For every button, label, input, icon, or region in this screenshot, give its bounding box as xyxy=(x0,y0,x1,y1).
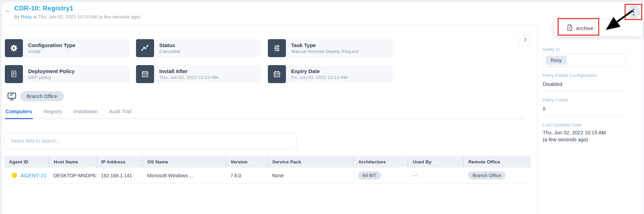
calendar-icon xyxy=(268,65,286,83)
service-pack-cell: None xyxy=(267,168,353,184)
card-title: Configuration Type xyxy=(28,42,75,48)
notify-to-chip: Rosy xyxy=(546,56,567,65)
last-updated-value: Thu, Jun 02, 2022 10:15 AM xyxy=(543,130,606,135)
card-deployment-policy: Deployment PolicyDEP policy xyxy=(5,65,130,83)
card-value: DEP policy xyxy=(28,75,75,80)
col-service-pack: Service Pack xyxy=(267,156,353,168)
card-value: Thu, Jun 02, 2022 10:13 AM xyxy=(159,75,218,80)
host-name-cell: DESKTOP-MNDP83I xyxy=(49,168,96,184)
computers-table: Agent ID Host Name IP Address OS Name Ve… xyxy=(4,156,531,184)
byline-prefix: By xyxy=(14,14,21,19)
tab-audit-trail[interactable]: Audit Trail xyxy=(108,106,132,118)
col-agent-id: Agent ID xyxy=(4,156,49,168)
used-by-cell: --- xyxy=(408,168,463,184)
retry-count-label: Retry Count xyxy=(543,97,568,102)
col-used-by: Used By xyxy=(408,156,463,168)
tab-installation[interactable]: Installation xyxy=(73,106,98,118)
os-name-cell: Microsoft Windows ... xyxy=(142,168,226,184)
sliders-icon xyxy=(268,39,286,57)
retry-failed-value: Disabled xyxy=(543,81,562,87)
card-expiry-date: Expiry DateFri, Jun 03, 2022 10:13 AM xyxy=(268,65,393,83)
remote-office-badge: Branch Office xyxy=(468,171,506,179)
annotation-box-archive xyxy=(558,18,599,36)
card-status: StatusCancelled xyxy=(136,39,261,57)
panel-separator xyxy=(543,91,626,91)
card-value: Manual Remote Deploy Request xyxy=(291,49,359,54)
agent-status-dot xyxy=(12,173,17,178)
agent-id-link[interactable]: AGENT-21 xyxy=(20,172,46,179)
card-task-type: Task TypeManual Remote Deploy Request xyxy=(268,39,393,57)
monitor-icon xyxy=(7,91,17,102)
ip-address-cell: 192.168.1.141 xyxy=(96,168,142,184)
card-title: Deployment Policy xyxy=(28,68,75,74)
panel-divider xyxy=(537,26,537,214)
card-value: Fri, Jun 03, 2022 10:13 AM xyxy=(291,75,347,80)
retry-failed-label: Retry Failed Configuration xyxy=(543,73,597,78)
header-divider xyxy=(2,24,537,25)
search-input[interactable] xyxy=(4,133,297,149)
panel-separator xyxy=(543,116,626,117)
architecture-badge: 64 BIT xyxy=(358,171,381,179)
card-install-after: Install AfterThu, Jun 02, 2022 10:13 AM xyxy=(136,65,261,83)
card-configuration-type: Configuration TypeInstall xyxy=(5,39,130,57)
col-architecture: Architecture xyxy=(353,156,408,168)
col-version: Version xyxy=(226,156,267,168)
card-title: Task Type xyxy=(291,42,359,48)
annotation-box-kebab xyxy=(625,4,642,20)
gear-icon xyxy=(5,39,23,57)
notify-to-label: Notify to xyxy=(543,47,560,52)
col-os-name: OS Name xyxy=(142,156,226,168)
retry-count-value: 0 xyxy=(543,106,545,112)
back-arrow-icon[interactable]: ← xyxy=(5,6,12,14)
card-title: Install After xyxy=(159,68,218,74)
document-icon xyxy=(5,65,23,83)
byline: By Rosy at Thu, Jun 02, 2022 10:14 AM (a… xyxy=(14,14,141,19)
card-title: Expiry Date xyxy=(291,68,347,74)
col-remote-office: Remote Office xyxy=(463,156,531,168)
remote-office-tag: Branch Office xyxy=(20,91,64,101)
tab-bar: Computers Registry Installation Audit Tr… xyxy=(4,106,523,119)
tab-computers[interactable]: Computers xyxy=(5,106,33,118)
chevron-right-icon xyxy=(523,37,528,44)
page-title: CDR-10: Registry1 xyxy=(14,5,73,12)
card-title: Status xyxy=(159,42,180,48)
calendar-icon xyxy=(136,65,154,83)
last-updated-label: Last Updated Date xyxy=(543,122,582,127)
table-row: AGENT-21 DESKTOP-MNDP83I 192.168.1.141 M… xyxy=(4,168,531,184)
col-ip-address: IP Address xyxy=(96,156,142,168)
card-value: Install xyxy=(28,49,75,54)
tab-registry[interactable]: Registry xyxy=(43,106,63,118)
notify-to-field[interactable]: Rosy xyxy=(543,54,626,67)
table-header-row: Agent ID Host Name IP Address OS Name Ve… xyxy=(4,156,531,168)
last-updated-relative: (a few seconds ago) xyxy=(543,137,588,142)
panel-collapse-button[interactable] xyxy=(519,35,531,46)
activity-icon xyxy=(136,39,154,57)
version-cell: 7.6.0 xyxy=(226,168,267,184)
byline-author-link[interactable]: Rosy xyxy=(21,14,32,19)
byline-suffix: at Thu, Jun 02, 2022 10:14 AM (a few sec… xyxy=(32,14,140,19)
card-value: Cancelled xyxy=(159,49,180,54)
col-host-name: Host Name xyxy=(49,156,96,168)
